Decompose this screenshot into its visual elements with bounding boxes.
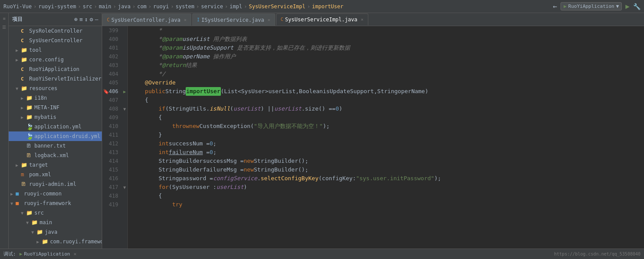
code-area[interactable]: * * @param userList 用户数据列表 * @param isUp… bbox=[128, 26, 644, 249]
sidebar-add-icon[interactable]: ⊕ bbox=[74, 16, 78, 23]
yaml-icon: 🍃 bbox=[26, 123, 33, 130]
breadcrumb-ruoyi[interactable]: ruoyi bbox=[153, 3, 169, 10]
highlighted-method: importUser bbox=[186, 87, 220, 96]
tab-close-service[interactable]: ✕ bbox=[268, 17, 270, 22]
side-icon-1[interactable]: ≡ bbox=[1, 15, 8, 22]
code-line-402: * @param operName 操作用户 bbox=[131, 52, 641, 61]
sidebar-collapse-icon[interactable]: — bbox=[95, 16, 98, 23]
sidebar-menu-icon[interactable]: ≡ bbox=[80, 16, 83, 23]
gutter-410 bbox=[122, 122, 127, 131]
breadcrumb-java[interactable]: java bbox=[118, 3, 130, 10]
tree-item-src[interactable]: ▼ 📁 src bbox=[9, 208, 102, 218]
code-line-414: StringBuilder successMsg = new StringBui… bbox=[131, 157, 641, 165]
gutter-416 bbox=[122, 174, 127, 183]
tab-close-impl[interactable]: ✕ bbox=[361, 17, 364, 22]
gutter-418 bbox=[122, 192, 127, 200]
breadcrumb-src[interactable]: src bbox=[83, 3, 92, 10]
status-close-icon[interactable]: ✕ bbox=[73, 251, 77, 257]
status-bar: 调试: ▶ RuoYiApplication ✕ https://blog.cs… bbox=[0, 249, 644, 259]
tab-sys-user-controller[interactable]: C SysUserController.java ✕ bbox=[102, 13, 191, 26]
tab-close-controller[interactable]: ✕ bbox=[184, 17, 187, 22]
sidebar-sort-icon[interactable]: ↕ bbox=[85, 16, 88, 23]
tab-icon-service: I bbox=[197, 17, 200, 22]
tree-item-application-druid-yml[interactable]: 🍃 application-druid.yml bbox=[9, 131, 102, 141]
fold-icon[interactable]: ▼ bbox=[123, 107, 126, 111]
tree-item-ruoyi-common[interactable]: ▶ ■ ruoyi-common bbox=[9, 189, 102, 198]
folder-icon: 📁 bbox=[26, 95, 33, 101]
tree-item-target[interactable]: ▶ 📁 target bbox=[9, 160, 102, 170]
folder-icon: 📁 bbox=[21, 162, 28, 168]
sidebar-settings-icon[interactable]: ⚙ bbox=[90, 16, 93, 23]
code-line-406: public String importUser(List<SysUser> u… bbox=[131, 87, 641, 96]
tree-item-ruoyi-servlet[interactable]: C RuoYiServletInitializer bbox=[9, 74, 102, 84]
gutter-408: ▼ bbox=[122, 104, 127, 113]
side-icon-2[interactable]: ☰ bbox=[1, 24, 8, 30]
tree-item-tool[interactable]: ▶ 📁 tool bbox=[9, 45, 102, 55]
folder-icon: 📁 bbox=[21, 47, 28, 53]
tree-item-i18n[interactable]: ▶ 📁 i18n bbox=[9, 93, 102, 103]
tree-item-main[interactable]: ▼ 📁 main bbox=[9, 218, 102, 227]
java-class-icon: C bbox=[21, 38, 28, 44]
tab-sys-user-service-impl[interactable]: C SysUserServiceImpl.java ✕ bbox=[276, 13, 368, 26]
tree-item-pom-xml[interactable]: m pom.xml bbox=[9, 170, 102, 179]
breadcrumb-module[interactable]: ruoyi-system bbox=[38, 3, 76, 10]
folder-icon: 📁 bbox=[31, 219, 38, 225]
breadcrumb-system[interactable]: system bbox=[176, 3, 194, 10]
code-line-401: * @param isUpdateSupport 是否更新支持，如果已存在，则进… bbox=[131, 44, 641, 52]
tree-item-sys-role-controller[interactable]: C SysRoleController bbox=[9, 26, 102, 36]
status-left: 调试: ▶ RuoYiApplication ✕ bbox=[3, 251, 77, 257]
run-config[interactable]: ▶ RuoYiApplication ▼ bbox=[561, 2, 622, 10]
tree-item-logback-xml[interactable]: 🖹 logback.xml bbox=[9, 151, 102, 160]
breadcrumb-class[interactable]: SysUserServiceImpl bbox=[249, 3, 305, 10]
line-num-413: 413 bbox=[102, 148, 122, 157]
tree-item-resources[interactable]: ▼ 📁 resources bbox=[9, 84, 102, 93]
folder-icon: 📁 bbox=[21, 57, 28, 63]
sidebar: 项目 ⊕ ≡ ↕ ⚙ — C SysRoleController C SysUs… bbox=[9, 13, 102, 249]
tree-item-core-config[interactable]: ▶ 📁 core.config bbox=[9, 55, 102, 64]
tree-item-ruoyi-admin-iml[interactable]: 🖹 ruoyi-admin.iml bbox=[9, 179, 102, 189]
code-line-403: * @return 结果 bbox=[131, 61, 641, 70]
breadcrumb-com[interactable]: com bbox=[137, 3, 147, 10]
tree-item-ruoyi-application[interactable]: C RuoYiApplication bbox=[9, 64, 102, 74]
tab-label-service: ISysUserService.java bbox=[201, 17, 264, 23]
gutter-406-run[interactable]: ▶ bbox=[122, 87, 127, 96]
tree-item-ruoyi-framework[interactable]: ▼ ■ ruoyi-framework bbox=[9, 198, 102, 208]
tree-item-banner-txt[interactable]: 🖹 banner.txt bbox=[9, 141, 102, 151]
tab-icon-impl: C bbox=[281, 17, 284, 22]
breadcrumb-main[interactable]: main bbox=[99, 3, 111, 10]
editor-container: C SysUserController.java ✕ I ISysUserSer… bbox=[102, 13, 644, 249]
main-area: ≡ ☰ 项目 ⊕ ≡ ↕ ⚙ — C SysRoleController C bbox=[0, 13, 644, 249]
tree-item-meta-inf[interactable]: ▶ 📁 META-INF bbox=[9, 103, 102, 112]
tree-item-com-ruoyi-framework[interactable]: ▶ 📁 com.ruoyi.framework bbox=[9, 237, 102, 246]
line-num-410: 410 bbox=[102, 122, 122, 131]
status-run-item[interactable]: ▶ RuoYiApplication ✕ bbox=[20, 251, 77, 257]
folder-icon: 📁 bbox=[21, 85, 28, 91]
txt-icon: 🖹 bbox=[26, 143, 33, 149]
line-num-406: 🔖 406 bbox=[102, 87, 122, 96]
tabs-bar: C SysUserController.java ✕ I ISysUserSer… bbox=[102, 13, 644, 26]
breadcrumb-method[interactable]: importUser bbox=[312, 3, 344, 10]
gutter-399 bbox=[122, 26, 127, 35]
java-class-icon: C bbox=[21, 76, 28, 82]
run-button[interactable]: ▶ bbox=[625, 2, 630, 10]
tab-isys-user-service[interactable]: I ISysUserService.java ✕ bbox=[192, 13, 275, 26]
breadcrumb-service[interactable]: service bbox=[201, 3, 223, 10]
run-config-dropdown[interactable]: ▼ bbox=[616, 3, 619, 9]
breadcrumb-impl[interactable]: impl bbox=[230, 3, 242, 10]
editor-gutter: ▶ ▼ ▼ bbox=[122, 26, 128, 249]
java-class-icon: C bbox=[21, 67, 28, 72]
fold-icon[interactable]: ▼ bbox=[123, 185, 126, 190]
tree-item-sys-user-controller[interactable]: C SysUserController bbox=[9, 36, 102, 45]
tree-item-java[interactable]: ▼ 📁 java bbox=[9, 227, 102, 237]
gutter-411 bbox=[122, 131, 127, 139]
status-debug-text: 调试: bbox=[3, 251, 16, 257]
gutter-404 bbox=[122, 70, 127, 78]
debug-button[interactable]: 🔧 bbox=[633, 3, 641, 10]
navigate-back-icon[interactable]: ← bbox=[553, 2, 557, 10]
line-num-409: 409 bbox=[102, 113, 122, 122]
tree-item-mybatis[interactable]: ▶ 📁 mybatis bbox=[9, 112, 102, 122]
tree-item-application-yml[interactable]: 🍃 application.yml bbox=[9, 122, 102, 131]
run-config-label: RuoYiApplication bbox=[568, 3, 614, 9]
sidebar-icons: ⊕ ≡ ↕ ⚙ — bbox=[74, 16, 98, 23]
breadcrumb-root[interactable]: RuoYi-Vue bbox=[3, 3, 32, 10]
